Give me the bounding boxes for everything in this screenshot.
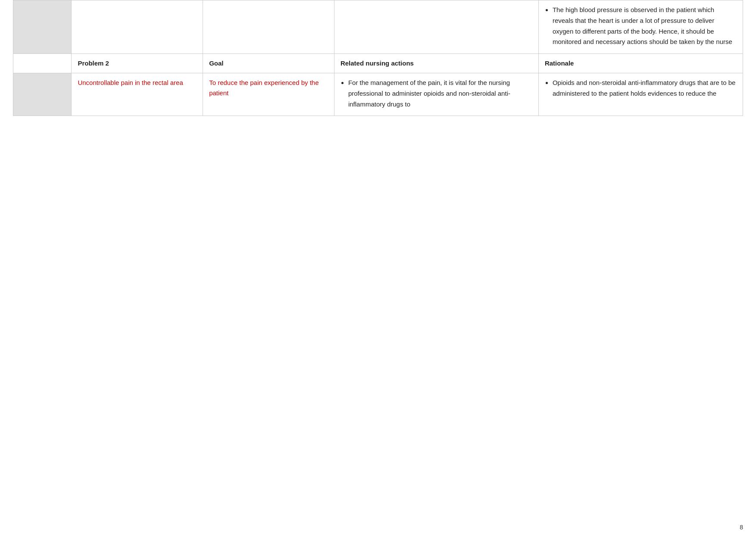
table-row-problem2: Uncontrollable pain in the rectal area T… [13,73,743,116]
page-number: 8 [740,524,743,531]
cell-actions-p2: For the management of the pain, it is vi… [334,73,538,116]
cell-problem-p2: Uncontrollable pain in the rectal area [72,73,203,116]
cell-problem [72,0,203,54]
cell-rationale-bp: The high blood pressure is observed in t… [538,0,743,54]
cell-problem-header: Problem 2 [72,54,203,73]
cell-actions-header: Related nursing actions [334,54,538,73]
goal2-text: To reduce the pain experienced by the pa… [209,79,319,97]
cell-num [13,0,72,54]
page-wrapper: The high blood pressure is observed in t… [0,0,756,535]
rationale-label: Rationale [545,59,574,67]
main-table: The high blood pressure is observed in t… [13,0,743,116]
cell-actions [334,0,538,54]
goal-label: Goal [209,59,223,67]
problem2-label: Problem 2 [78,59,109,67]
actions-p2-text: For the management of the pain, it is vi… [348,78,532,110]
cell-goal [203,0,334,54]
cell-rationale-header: Rationale [538,54,743,73]
cell-goal-p2: To reduce the pain experienced by the pa… [203,73,334,116]
table-row: The high blood pressure is observed in t… [13,0,743,54]
cell-num-header [13,54,72,73]
rationale-p2-text: Opioids and non-steroidal anti-inflammat… [553,78,737,99]
rationale-bp-text: The high blood pressure is observed in t… [553,5,737,47]
actions-label: Related nursing actions [341,59,414,67]
cell-rationale-p2: Opioids and non-steroidal anti-inflammat… [538,73,743,116]
problem2-text: Uncontrollable pain in the rectal area [78,79,183,86]
cell-goal-header: Goal [203,54,334,73]
cell-num-p2 [13,73,72,116]
table-row-header2: Problem 2 Goal Related nursing actions R… [13,54,743,73]
